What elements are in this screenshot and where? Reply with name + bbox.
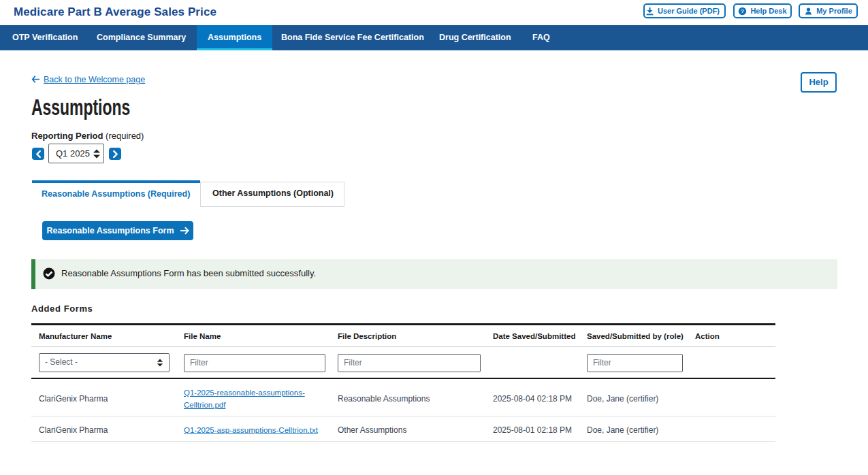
svg-text:?: ? — [741, 8, 744, 14]
